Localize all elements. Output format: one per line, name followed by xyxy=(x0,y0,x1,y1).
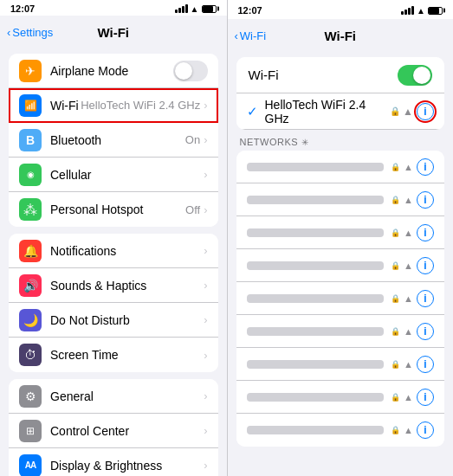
time-left: 12:07 xyxy=(10,3,35,14)
network-row[interactable]: 🔒 ▲ i xyxy=(236,151,445,183)
network-info-button[interactable]: i xyxy=(417,356,434,373)
network-row[interactable]: 🔒 ▲ i xyxy=(236,249,445,282)
section-notifications: 🔔 Notifications › 🔊 Sounds & Haptics › 🌙… xyxy=(0,234,227,372)
notifications-label: Notifications xyxy=(50,244,204,258)
network-icons: 🔒 ▲ i xyxy=(391,421,434,439)
wifi-item[interactable]: 📶 Wi-Fi HelloTech WiFi 2.4 GHz › xyxy=(9,88,218,123)
info-i-icon: i xyxy=(424,161,426,173)
back-label-left: Settings xyxy=(12,26,53,39)
wifi-value: HelloTech WiFi 2.4 GHz xyxy=(81,99,200,112)
lock-icon: 🔒 xyxy=(391,163,400,171)
network-icons: 🔒 ▲ i xyxy=(391,158,434,176)
controlcenter-label: Control Center xyxy=(50,424,204,438)
displaybrightness-item[interactable]: AA Display & Brightness › xyxy=(9,448,218,476)
general-icon: ⚙ xyxy=(19,385,42,408)
network-row[interactable]: 🔒 ▲ i xyxy=(236,348,445,381)
network-name-blur xyxy=(247,196,385,204)
network-icons: 🔒 ▲ i xyxy=(391,257,434,274)
status-bar-left: 12:07 ▲ xyxy=(0,0,227,16)
hotspot-label: Personal Hotspot xyxy=(50,203,185,216)
wifi-icon: 📶 xyxy=(19,94,42,117)
donotdisturb-item[interactable]: 🌙 Do Not Disturb › xyxy=(9,303,218,338)
cellular-item[interactable]: ◉ Cellular › xyxy=(9,158,218,192)
network-info-button[interactable]: i xyxy=(417,158,434,176)
general-label: General xyxy=(50,389,204,403)
info-i-icon: i xyxy=(424,293,426,305)
connected-info-button[interactable]: i xyxy=(417,103,434,120)
sounds-item[interactable]: 🔊 Sounds & Haptics › xyxy=(9,268,218,303)
back-button-left[interactable]: ‹ Settings xyxy=(7,26,53,39)
network-list: ✈ Airplane Mode 📶 Wi-Fi HelloTech WiFi 2… xyxy=(9,54,218,227)
connected-check-icon: ✓ xyxy=(247,104,258,119)
bluetooth-item[interactable]: B Bluetooth On › xyxy=(9,123,218,158)
status-bar-right: 12:07 ▲ xyxy=(228,0,454,19)
displaybrightness-label: Display & Brightness xyxy=(50,459,204,473)
page-title-right: Wi-Fi xyxy=(324,29,356,43)
bluetooth-icon: B xyxy=(19,129,42,151)
wifi-status-icon-right: ▲ xyxy=(417,6,425,16)
connected-network-label: HelloTech WiFi 2.4 GHz xyxy=(265,98,391,125)
controlcenter-item[interactable]: ⊞ Control Center › xyxy=(9,414,218,448)
wifi-toggle-section: Wi-Fi ✓ HelloTech WiFi 2.4 GHz 🔒 ▲ i xyxy=(228,57,454,130)
hotspot-item[interactable]: ⁂ Personal Hotspot Off › xyxy=(9,192,218,227)
network-info-button[interactable]: i xyxy=(417,191,434,209)
donotdisturb-label: Do Not Disturb xyxy=(50,313,204,327)
network-info-button[interactable]: i xyxy=(417,290,434,307)
cellular-label: Cellular xyxy=(50,168,204,182)
general-item[interactable]: ⚙ General › xyxy=(9,379,218,414)
network-row[interactable]: 🔒 ▲ i xyxy=(236,315,445,348)
back-arrow-icon-right: ‹ xyxy=(235,29,238,42)
info-icon: i xyxy=(424,106,426,118)
network-row[interactable]: 🔒 ▲ i xyxy=(236,414,445,447)
network-icons: 🔒 ▲ i xyxy=(391,323,434,340)
wifi-toggle-label: Wi-Fi xyxy=(249,68,398,82)
network-row[interactable]: 🔒 ▲ i xyxy=(236,216,445,249)
airplane-toggle[interactable] xyxy=(173,61,208,81)
wifi-strength-icon: ▲ xyxy=(404,359,413,370)
networks-section-header: NETWORKS ✳ xyxy=(228,130,454,151)
airplane-label: Airplane Mode xyxy=(50,64,173,78)
wifi-chevron-icon: › xyxy=(204,99,207,112)
network-row[interactable]: 🔒 ▲ i xyxy=(236,183,445,216)
network-info-button[interactable]: i xyxy=(417,421,434,439)
wifi-toggle[interactable] xyxy=(398,65,432,86)
time-right: 12:07 xyxy=(238,5,262,16)
network-row[interactable]: 🔒 ▲ i xyxy=(236,381,445,414)
back-button-right[interactable]: ‹ Wi-Fi xyxy=(235,29,267,42)
network-info-button[interactable]: i xyxy=(417,257,434,274)
lock-icon: 🔒 xyxy=(391,360,400,369)
sounds-chevron-icon: › xyxy=(204,279,207,292)
wifi-strength-icon: ▲ xyxy=(404,326,413,337)
lock-icon: 🔒 xyxy=(391,393,400,402)
network-row[interactable]: 🔒 ▲ i xyxy=(236,282,445,315)
network-name-blur xyxy=(247,163,385,171)
back-arrow-icon: ‹ xyxy=(7,26,10,39)
network-name-blur xyxy=(247,228,385,237)
network-icons: 🔒 ▲ i xyxy=(391,290,434,307)
airplane-mode-item[interactable]: ✈ Airplane Mode xyxy=(9,54,218,88)
cellular-chevron-icon: › xyxy=(204,168,207,181)
info-i-icon: i xyxy=(424,358,426,370)
wifi-toggle-card: Wi-Fi ✓ HelloTech WiFi 2.4 GHz 🔒 ▲ i xyxy=(236,57,445,130)
network-name-blur xyxy=(247,294,385,303)
wifi-strength-icon: ▲ xyxy=(404,228,413,238)
notifications-chevron-icon: › xyxy=(204,244,207,257)
network-info-button[interactable]: i xyxy=(417,224,434,241)
wifi-label: Wi-Fi xyxy=(50,99,81,113)
network-info-button[interactable]: i xyxy=(417,323,434,340)
info-i-icon: i xyxy=(424,325,426,338)
network-name-blur xyxy=(247,426,385,434)
networks-header-label: NETWORKS xyxy=(240,137,299,147)
connected-network-row[interactable]: ✓ HelloTech WiFi 2.4 GHz 🔒 ▲ i xyxy=(236,93,445,130)
network-info-button[interactable]: i xyxy=(417,389,434,406)
notifications-item[interactable]: 🔔 Notifications › xyxy=(9,234,218,268)
lock-icon: 🔒 xyxy=(391,426,400,434)
controlcenter-icon: ⊞ xyxy=(19,420,42,442)
displaybrightness-icon: AA xyxy=(19,454,42,477)
signal-icon xyxy=(175,4,188,13)
general-list: ⚙ General › ⊞ Control Center › AA Displa… xyxy=(9,379,218,476)
wifi-toggle-row[interactable]: Wi-Fi xyxy=(236,57,445,93)
right-panel: 12:07 ▲ ‹ Wi-Fi Wi-Fi Wi-Fi xyxy=(227,0,454,476)
network-icons: 🔒 ▲ i xyxy=(391,224,434,241)
screentime-item[interactable]: ⏱ Screen Time › xyxy=(9,338,218,372)
